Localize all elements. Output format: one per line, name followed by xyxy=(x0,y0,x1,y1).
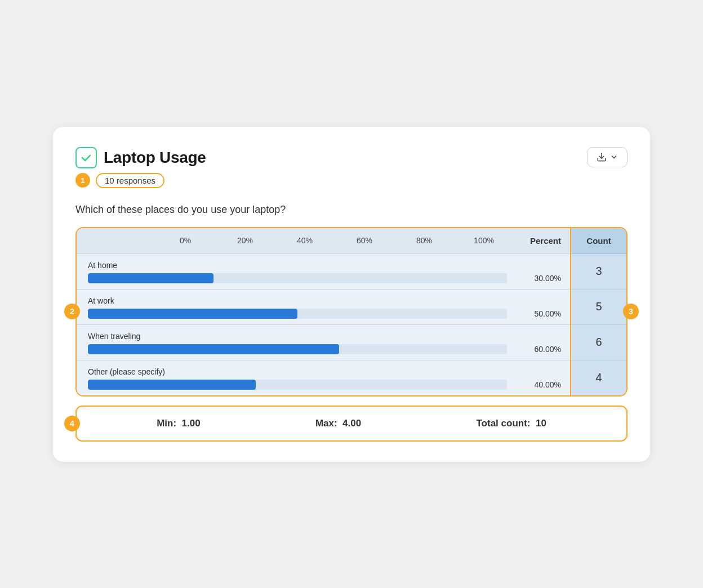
chart-row-0: At home30.00% xyxy=(77,254,570,289)
bar-fill-2 xyxy=(88,344,339,354)
bar-row-1: 50.00% xyxy=(77,309,570,319)
chart-rows: At home30.00%At work50.00%When traveling… xyxy=(77,254,570,395)
count-cell-2: 6 xyxy=(571,325,626,360)
row-percent-0: 30.00% xyxy=(514,274,570,283)
stat-total-value: 10 xyxy=(536,418,546,429)
page-title: Laptop Usage xyxy=(104,149,206,167)
bar-fill-1 xyxy=(88,309,297,319)
stat-max-label: Max: xyxy=(315,418,337,429)
chart-row-3: Other (please specify)40.00% xyxy=(77,360,570,395)
chart-main: 0% 20% 40% 60% 80% 100% Percent At home3… xyxy=(77,228,570,395)
question-text: Which of these places do you use your la… xyxy=(75,204,628,216)
chart-container: 0% 20% 40% 60% 80% 100% Percent At home3… xyxy=(75,227,628,397)
axis-labels: 0% 20% 40% 60% 80% 100% xyxy=(155,228,514,253)
bar-row-2: 60.00% xyxy=(77,344,570,354)
axis-label-0: 0% xyxy=(155,236,215,246)
badge-1: 1 xyxy=(75,173,90,188)
stat-min-label: Min: xyxy=(157,418,176,429)
bar-track-1 xyxy=(88,309,507,319)
count-cells: 3564 xyxy=(571,254,626,395)
axis-label-100: 100% xyxy=(454,236,514,246)
bar-row-3: 40.00% xyxy=(77,380,570,390)
axis-label-40: 40% xyxy=(275,236,335,246)
bar-track-0 xyxy=(88,273,507,283)
count-cell-0: 3 xyxy=(571,254,626,289)
row-percent-2: 60.00% xyxy=(514,345,570,354)
bar-track-3 xyxy=(88,380,507,390)
badge-4: 4 xyxy=(64,416,80,431)
download-button[interactable] xyxy=(587,147,628,167)
axis-label-60: 60% xyxy=(335,236,394,246)
count-cell-3: 4 xyxy=(571,360,626,395)
bar-fill-3 xyxy=(88,380,256,390)
chart-row-2: When traveling60.00% xyxy=(77,325,570,360)
stat-min: Min: 1.00 xyxy=(157,418,200,429)
stat-total-label: Total count: xyxy=(476,418,530,429)
stat-min-value: 1.00 xyxy=(182,418,201,429)
chart-row-1: At work50.00% xyxy=(77,289,570,325)
chart-wrapper: 2 0% 20% 40% 60% 80% 100% xyxy=(75,227,628,397)
badge-3: 3 xyxy=(623,304,639,319)
row-label-2: When traveling xyxy=(77,332,570,344)
bar-fill-0 xyxy=(88,273,213,283)
count-col-header: Count xyxy=(571,228,626,254)
row-percent-3: 40.00% xyxy=(514,380,570,389)
chart-table: 0% 20% 40% 60% 80% 100% Percent At home3… xyxy=(77,228,626,395)
count-cell-1: 5 xyxy=(571,289,626,325)
checkbox-icon xyxy=(75,147,97,168)
header-left: Laptop Usage 1 10 responses xyxy=(75,147,206,188)
percent-col-header: Percent xyxy=(514,228,570,253)
axis-label-80: 80% xyxy=(394,236,454,246)
chart-header: 0% 20% 40% 60% 80% 100% Percent xyxy=(77,228,570,254)
stat-max-value: 4.00 xyxy=(342,418,361,429)
row-percent-1: 50.00% xyxy=(514,309,570,318)
responses-badge: 10 responses xyxy=(96,173,164,188)
row-label-1: At work xyxy=(77,296,570,309)
stats-box: Min: 1.00 Max: 4.00 Total count: 10 xyxy=(75,406,628,442)
stat-total: Total count: 10 xyxy=(476,418,546,429)
count-column: Count 3564 xyxy=(570,228,626,395)
row-label-3: Other (please specify) xyxy=(77,367,570,380)
header: Laptop Usage 1 10 responses xyxy=(75,147,628,188)
stat-max: Max: 4.00 xyxy=(315,418,361,429)
badge-row: 1 10 responses xyxy=(75,173,206,188)
bar-row-0: 30.00% xyxy=(77,273,570,283)
bar-track-2 xyxy=(88,344,507,354)
main-card: Laptop Usage 1 10 responses Which of the… xyxy=(53,127,650,462)
badge-2: 2 xyxy=(64,304,80,319)
stats-wrapper: 4 Min: 1.00 Max: 4.00 Total count: 10 xyxy=(75,406,628,442)
row-label-0: At home xyxy=(77,261,570,273)
title-row: Laptop Usage xyxy=(75,147,206,168)
axis-label-20: 20% xyxy=(215,236,275,246)
